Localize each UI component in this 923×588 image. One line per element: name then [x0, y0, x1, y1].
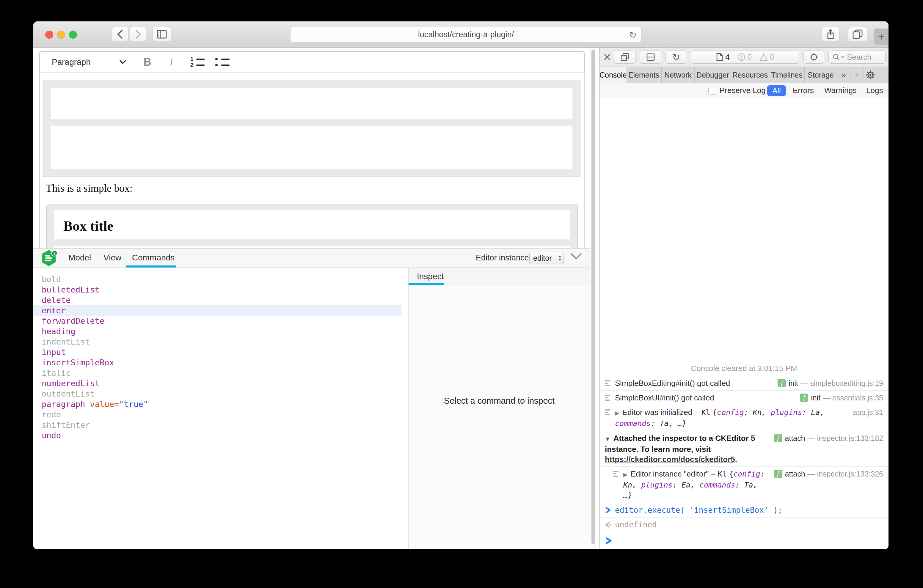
command-item[interactable]: numberedList [33, 378, 408, 389]
tab-view[interactable]: View [103, 248, 122, 267]
filter-warnings-button[interactable]: Warnings [824, 83, 857, 97]
add-tab-button[interactable]: + [851, 67, 864, 83]
filter-errors-button[interactable]: Errors [793, 83, 814, 97]
preserve-log-label[interactable]: Preserve Log [719, 83, 766, 97]
editor-instance-value: editor [530, 254, 556, 263]
console-log-row[interactable]: SimpleBoxEditing#init() got called f ini… [599, 376, 889, 390]
share-button[interactable] [821, 27, 839, 41]
tab-network[interactable]: Network [662, 67, 695, 83]
bold-button[interactable]: B [144, 56, 151, 68]
command-item[interactable]: undo [33, 430, 408, 440]
command-item[interactable]: outdentList [33, 389, 408, 399]
tab-storage[interactable]: Storage [805, 67, 837, 83]
source-link[interactable]: essentials.js:35 [832, 393, 883, 403]
simple-box-description-field[interactable] [51, 125, 573, 169]
filter-all-button[interactable]: All [767, 85, 786, 96]
command-item[interactable]: indentList [33, 337, 408, 347]
zoom-window-button[interactable] [69, 31, 77, 39]
disclosure-open-icon[interactable]: ▼ [605, 436, 611, 442]
minimize-window-button[interactable] [57, 31, 65, 39]
forward-button[interactable] [130, 27, 146, 41]
tab-model[interactable]: Model [68, 248, 91, 267]
tab-elements[interactable]: Elements [626, 67, 662, 83]
collapse-panel-button[interactable] [570, 253, 582, 260]
console-filter-bar: Preserve Log All Errors Warnings Logs [599, 83, 889, 98]
new-tab-button[interactable]: + [874, 28, 889, 44]
command-item[interactable]: shiftEnter [33, 420, 408, 430]
command-item[interactable]: insertSimpleBox [33, 357, 408, 368]
console-command-row[interactable]: editor.execute( 'insertSimpleBox' ); [599, 503, 889, 517]
log-icon [613, 471, 620, 478]
command-item[interactable]: bold [33, 274, 408, 284]
back-button[interactable] [112, 27, 128, 41]
log-message: ▶Editor was initialized–Kl {config: Kn, … [615, 407, 849, 429]
reload-page-button[interactable]: ↻ [665, 51, 687, 64]
close-window-button[interactable] [45, 31, 53, 39]
web-inspector: ↻ 4 0 [599, 48, 889, 549]
italic-button[interactable]: I [170, 56, 173, 68]
bulleted-list-button[interactable] [215, 56, 230, 69]
console-log-row-child[interactable]: ▶Editor instance "editor"–Kl {config: Kn… [599, 466, 889, 503]
disclosure-closed-icon[interactable]: ▶ [615, 410, 619, 416]
paragraph-style-dropdown[interactable]: Paragraph [52, 57, 91, 67]
paragraph-text[interactable]: This is a simple box: [46, 182, 133, 194]
command-item-selected[interactable]: enter [33, 305, 401, 316]
function-badge-icon: f [778, 379, 786, 388]
logo-badge-count: 5 [54, 251, 56, 256]
command-item[interactable]: heading [33, 326, 408, 337]
command-item[interactable]: delete [33, 295, 408, 305]
command-item[interactable]: italic [33, 368, 408, 378]
command-item[interactable]: redo [33, 409, 408, 420]
source-link[interactable]: inspector.js:133:182 [817, 433, 883, 443]
command-item[interactable]: bulletedList [33, 284, 408, 295]
function-badge-icon: f [800, 394, 808, 402]
command-item[interactable]: forwardDelete [33, 316, 408, 326]
command-item[interactable]: input [33, 347, 408, 357]
sidebar-toggle-button[interactable] [152, 27, 171, 41]
close-inspector-button[interactable] [602, 52, 613, 62]
tab-timelines[interactable]: Timelines [769, 67, 805, 83]
source-link[interactable]: simpleboxediting.js:19 [810, 378, 883, 388]
tab-console[interactable]: Console [599, 67, 626, 83]
filter-logs-button[interactable]: Logs [866, 83, 883, 97]
address-bar[interactable]: localhost/creating-a-plugin/ ↻ [290, 27, 642, 42]
settings-button[interactable] [864, 67, 877, 83]
chevron-down-icon[interactable] [119, 60, 126, 64]
tab-inspect[interactable]: Inspect [417, 268, 443, 285]
bulleted-list-icon [215, 58, 220, 60]
tab-resources[interactable]: Resources [731, 67, 769, 83]
command-item[interactable]: paragraph value="true" [33, 399, 408, 409]
reload-icon[interactable]: ↻ [629, 30, 637, 40]
detach-inspector-button[interactable] [614, 51, 636, 64]
numbered-list-button[interactable]: 1 2 [190, 56, 205, 69]
element-picker-button[interactable] [803, 51, 824, 64]
warnings-badge: 0 [759, 53, 774, 62]
editor-instance-select[interactable]: editor ▲▼ [529, 252, 564, 264]
command-result: undefined [615, 520, 883, 530]
dock-bottom-button[interactable] [640, 51, 661, 64]
box-title-text[interactable]: Box title [63, 218, 113, 234]
simple-box-widget[interactable] [43, 80, 580, 177]
source-link[interactable]: inspector.js:133:326 [817, 469, 883, 479]
web-page: Paragraph B I 1 2 This is a simple box: [33, 48, 599, 549]
more-tabs-button[interactable]: » [837, 67, 851, 83]
console-result-row[interactable]: undefined [599, 517, 889, 532]
chevron-down-icon [841, 56, 844, 59]
source-link[interactable]: app.js:31 [853, 407, 883, 417]
tab-overview-button[interactable] [848, 27, 867, 41]
console-log-row[interactable]: SimpleBoxUI#init() got called f init — e… [599, 390, 889, 405]
tab-commands[interactable]: Commands [132, 248, 174, 267]
search-input[interactable]: Search [828, 51, 885, 64]
simple-box-title-field[interactable] [51, 87, 573, 120]
tab-debugger[interactable]: Debugger [695, 67, 731, 83]
simple-box-title-field[interactable]: Box title [54, 210, 570, 240]
ckeditor-docs-link[interactable]: https://ckeditor.com/docs/ckeditor5 [605, 455, 735, 464]
page-scrollbar[interactable] [590, 48, 596, 549]
console-log-row[interactable]: ▼Attached the inspector to a CKEditor 5 … [599, 431, 889, 466]
console-log-row[interactable]: ▶Editor was initialized–Kl {config: Kn, … [599, 405, 889, 431]
scrollbar-thumb[interactable] [591, 50, 595, 544]
resource-status-button[interactable]: 4 0 0 [691, 51, 799, 64]
preserve-log-checkbox[interactable] [708, 87, 716, 95]
console-prompt[interactable] [599, 532, 889, 549]
disclosure-closed-icon[interactable]: ▶ [623, 471, 628, 478]
